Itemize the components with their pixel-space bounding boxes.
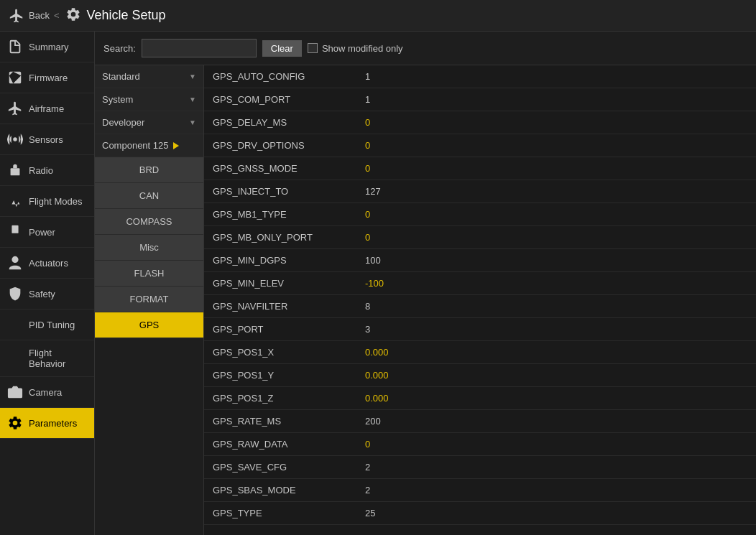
param-value: 0.000 <box>365 370 408 381</box>
sub-item-misc-label: Misc <box>139 242 159 253</box>
sidebar-item-summary[interactable]: Summary <box>0 32 94 62</box>
param-name: GPS_SBAS_MODE <box>213 485 356 496</box>
sidebar-item-radio-label: Radio <box>29 165 53 176</box>
category-panel: Standard ▼ System ▼ Developer ▼ <box>95 65 204 535</box>
param-value: 0.000 <box>365 347 408 358</box>
sub-item-compass[interactable]: COMPASS <box>95 209 203 235</box>
category-standard-header[interactable]: Standard ▼ <box>95 65 203 88</box>
param-name: GPS_MB1_TYPE <box>213 209 356 220</box>
param-name: GPS_SAVE_CFG <box>213 462 356 473</box>
sidebar-item-flight-behavior-label: Flight Behavior <box>29 348 87 369</box>
param-value: 0.000 <box>365 393 408 404</box>
param-name: GPS_NAVFILTER <box>213 301 356 312</box>
param-value: -100 <box>365 278 408 289</box>
back-button[interactable]: Back < <box>9 8 60 24</box>
sub-item-flash[interactable]: FLASH <box>95 261 203 287</box>
param-value: 127 <box>365 186 408 197</box>
sidebar-item-power-label: Power <box>29 227 55 238</box>
sub-item-brd[interactable]: BRD <box>95 157 203 183</box>
param-name: GPS_POS1_X <box>213 347 356 358</box>
param-value: 0 <box>365 209 408 220</box>
airframe-icon <box>7 101 23 116</box>
clear-button[interactable]: Clear <box>262 40 302 57</box>
sub-item-can[interactable]: CAN <box>95 183 203 209</box>
sidebar-item-sensors[interactable]: Sensors <box>0 124 94 155</box>
content-area: Search: Clear Show modified only Standar… <box>95 32 756 535</box>
param-name: GPS_MB_ONLY_PORT <box>213 232 356 243</box>
sidebar-item-flight-behavior[interactable]: Flight Behavior <box>0 340 94 377</box>
sidebar-item-parameters-label: Parameters <box>29 418 77 429</box>
sidebar-item-flight-modes[interactable]: Flight Modes <box>0 186 94 217</box>
sidebar-item-camera[interactable]: Camera <box>0 377 94 408</box>
sub-item-misc[interactable]: Misc <box>95 235 203 261</box>
category-system-label: System <box>102 94 133 105</box>
param-name: GPS_RATE_MS <box>213 416 356 427</box>
system-arrow: ▼ <box>189 96 196 103</box>
table-row[interactable]: GPS_MB1_TYPE0 <box>204 203 756 226</box>
component-arrow-icon <box>173 142 179 149</box>
table-row[interactable]: GPS_MB_ONLY_PORT0 <box>204 226 756 249</box>
show-modified-container[interactable]: Show modified only <box>308 43 403 54</box>
sidebar-item-firmware[interactable]: Firmware <box>0 62 94 93</box>
page-title: Vehicle Setup <box>87 8 166 23</box>
param-name: GPS_DELAY_MS <box>213 117 356 128</box>
sidebar-item-actuators[interactable]: Actuators <box>0 248 94 279</box>
table-row[interactable]: GPS_COM_PORT1 <box>204 88 756 111</box>
table-row[interactable]: GPS_POS1_Z0.000 <box>204 387 756 410</box>
sidebar-item-radio[interactable]: Radio <box>0 155 94 186</box>
gear-icon[interactable] <box>65 6 81 24</box>
show-modified-label: Show modified only <box>322 43 403 54</box>
table-row[interactable]: GPS_TYPE25 <box>204 502 756 525</box>
sub-item-format-label: FORMAT <box>130 294 169 304</box>
category-developer-label: Developer <box>102 117 144 128</box>
param-value: 1 <box>365 71 408 82</box>
sidebar-item-camera-label: Camera <box>29 387 62 398</box>
table-row[interactable]: GPS_MIN_ELEV-100 <box>204 272 756 295</box>
category-developer: Developer ▼ <box>95 111 203 134</box>
param-value: 3 <box>365 324 408 335</box>
param-name: GPS_PORT <box>213 324 356 335</box>
developer-arrow: ▼ <box>189 118 196 126</box>
sidebar-item-airframe[interactable]: Airframe <box>0 93 94 124</box>
table-row[interactable]: GPS_SAVE_CFG2 <box>204 456 756 479</box>
standard-arrow: ▼ <box>189 73 196 80</box>
sidebar-item-parameters[interactable]: Parameters <box>0 408 94 439</box>
table-row[interactable]: GPS_NAVFILTER8 <box>204 295 756 318</box>
svg-rect-1 <box>11 168 20 175</box>
sub-item-format[interactable]: FORMAT <box>95 287 203 312</box>
table-row[interactable]: GPS_RAW_DATA0 <box>204 433 756 456</box>
sub-item-gps[interactable]: GPS <box>95 312 203 338</box>
plane-icon <box>9 8 24 24</box>
param-value: 25 <box>365 508 408 518</box>
table-row[interactable]: GPS_SBAS_MODE2 <box>204 479 756 502</box>
table-row[interactable]: GPS_POS1_Y0.000 <box>204 364 756 387</box>
table-row[interactable]: GPS_GNSS_MODE0 <box>204 157 756 180</box>
sidebar-item-safety-label: Safety <box>29 289 55 299</box>
table-row[interactable]: GPS_INJECT_TO127 <box>204 180 756 203</box>
table-row[interactable]: GPS_DELAY_MS0 <box>204 111 756 134</box>
table-row[interactable]: GPS_POS1_X0.000 <box>204 341 756 364</box>
search-bar: Search: Clear Show modified only <box>95 32 756 65</box>
category-standard: Standard ▼ <box>95 65 203 88</box>
show-modified-checkbox[interactable] <box>308 43 318 53</box>
table-row[interactable]: GPS_PORT3 <box>204 318 756 341</box>
svg-point-0 <box>13 137 17 141</box>
param-value: 0 <box>365 439 408 450</box>
param-name: GPS_RAW_DATA <box>213 439 356 450</box>
table-row[interactable]: GPS_DRV_OPTIONS0 <box>204 134 756 157</box>
sidebar-item-actuators-label: Actuators <box>29 258 68 269</box>
component-125-header[interactable]: Component 125 <box>95 134 203 157</box>
sidebar-item-airframe-label: Airframe <box>29 103 64 114</box>
sidebar-item-pid-tuning-label: PID Tuning <box>29 320 75 330</box>
search-input[interactable] <box>142 39 257 57</box>
table-row[interactable]: GPS_AUTO_CONFIG1 <box>204 65 756 88</box>
category-system-header[interactable]: System ▼ <box>95 88 203 111</box>
table-row[interactable]: GPS_RATE_MS200 <box>204 410 756 433</box>
back-arrow: < <box>54 10 60 21</box>
param-name: GPS_INJECT_TO <box>213 186 356 197</box>
sidebar-item-safety[interactable]: Safety <box>0 279 94 310</box>
sidebar-item-pid-tuning[interactable]: PID Tuning <box>0 310 94 340</box>
table-row[interactable]: GPS_MIN_DGPS100 <box>204 249 756 272</box>
category-developer-header[interactable]: Developer ▼ <box>95 111 203 134</box>
sidebar-item-power[interactable]: Power <box>0 217 94 248</box>
